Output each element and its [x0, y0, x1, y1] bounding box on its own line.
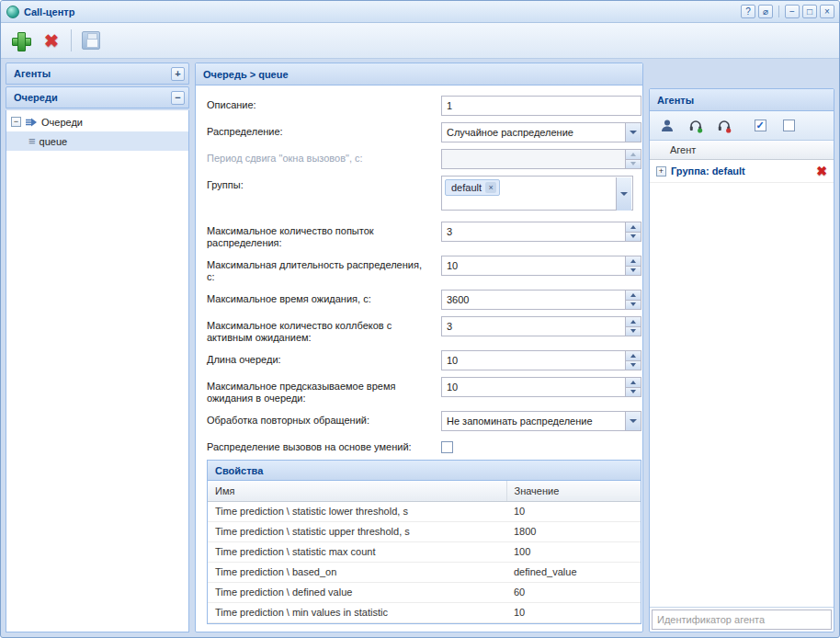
delete-button[interactable]: ✖ [40, 28, 63, 52]
table-row[interactable]: Time prediction \ based_on defined_value [208, 562, 641, 582]
max-attempts-label: Максимальное количество попыток распреде… [207, 222, 441, 249]
form-row: Период сдвига "окна вызовов", с: [207, 149, 633, 169]
save-button[interactable] [79, 28, 103, 52]
delete-group-icon[interactable]: ✖ [816, 164, 827, 178]
breadcrumb: Очередь > queue [203, 69, 289, 80]
minimize-button[interactable]: − [785, 5, 800, 18]
tree-node-queues-root[interactable]: − Очереди [6, 112, 188, 131]
form-row: Обработка повторных обращений: [207, 411, 633, 431]
select-all-button[interactable]: ✓ [750, 116, 770, 136]
property-name: Time prediction \ based_on [208, 562, 506, 582]
spinner-up-button[interactable] [626, 317, 641, 327]
dropdown-trigger-icon[interactable] [616, 177, 631, 211]
queue-length-input[interactable] [441, 350, 641, 370]
call-center-window: Call-центр ? ⌀ − □ × ✖ Агенты + Очереди … [0, 0, 840, 638]
form-row: Группы: default × [207, 176, 633, 211]
groups-tag-field[interactable]: default × [441, 176, 633, 211]
checkbox-checked-icon: ✓ [755, 120, 766, 131]
property-name: Time prediction \ statistic upper thresh… [208, 521, 506, 541]
spinner [625, 291, 641, 309]
table-row[interactable]: Time prediction \ min values in statisti… [208, 602, 641, 622]
max-wait-time-input[interactable] [441, 290, 641, 310]
max-duration-field [441, 256, 641, 283]
spinner-down-button[interactable] [626, 388, 641, 397]
form-row: Описание: [207, 96, 633, 116]
collapse-node-icon[interactable]: − [11, 117, 21, 127]
form-row: Распределение: [207, 122, 633, 142]
properties-header: Свойства [208, 461, 641, 481]
form-row: Максимальное время ожидания, с: [207, 290, 633, 310]
dropdown-trigger-icon[interactable] [625, 123, 641, 142]
max-attempts-input[interactable] [441, 222, 641, 242]
group-label: Группа: default [671, 165, 812, 177]
spinner-down-button[interactable] [626, 233, 641, 242]
table-row[interactable]: Time prediction \ statistic lower thresh… [208, 501, 641, 521]
spinner-down-button[interactable] [626, 301, 641, 310]
distribution-select[interactable] [441, 122, 641, 142]
property-value: defined_value [506, 562, 641, 582]
content-area: Агенты + Очереди − − Очереди ≡ queue [1, 59, 839, 637]
detach-button[interactable]: ⌀ [758, 5, 773, 18]
property-name: Time prediction \ statistic max count [208, 541, 506, 562]
description-input[interactable] [441, 96, 641, 116]
spinner-up-button[interactable] [626, 351, 641, 361]
spinner-up-button[interactable] [626, 256, 641, 267]
agents-grid-header[interactable]: Агент [650, 141, 834, 160]
help-button[interactable]: ? [741, 5, 755, 18]
agents-header-label: Агенты [14, 68, 171, 79]
table-row[interactable]: Time prediction \ defined value 60 [208, 582, 641, 602]
expand-agents-button[interactable]: + [171, 67, 185, 81]
column-header-name[interactable]: Имя [208, 481, 506, 501]
max-duration-input[interactable] [441, 256, 641, 276]
tree-node-queue[interactable]: ≡ queue [6, 131, 188, 151]
agent-person-icon [660, 119, 675, 133]
collapse-queues-button[interactable]: − [171, 91, 185, 105]
spinner-down-button [626, 160, 641, 169]
form-row: Распределение вызовов на основе умений: [207, 438, 633, 453]
spinner-up-button[interactable] [626, 378, 641, 388]
accordion-header-queues[interactable]: Очереди − [6, 86, 189, 108]
property-value: 60 [506, 582, 641, 602]
close-button[interactable]: × [820, 5, 834, 18]
property-value: 10 [506, 602, 641, 622]
skill-based-checkbox[interactable] [441, 441, 453, 453]
call-window-shift-field [441, 149, 641, 169]
spinner-up-button[interactable] [626, 291, 641, 301]
repeat-handling-select[interactable] [441, 411, 641, 431]
spinner [625, 317, 641, 336]
max-callbacks-input[interactable] [441, 316, 641, 336]
table-row[interactable]: Time prediction \ statistic upper thresh… [208, 521, 641, 541]
dropdown-trigger-icon[interactable] [625, 412, 641, 430]
deselect-all-button[interactable] [778, 116, 799, 136]
agent-group-row[interactable]: + Группа: default ✖ [650, 160, 834, 183]
titlebar: Call-центр ? ⌀ − □ × [1, 1, 839, 23]
arrow-down-icon [630, 302, 636, 306]
property-value: 1800 [506, 521, 641, 541]
table-row[interactable]: Time prediction \ statistic max count 10… [208, 541, 641, 562]
max-predicted-wait-field [441, 377, 641, 404]
spinner-down-button[interactable] [626, 361, 641, 370]
tree-node-label: Очереди [41, 117, 83, 128]
assign-agent-button[interactable] [686, 116, 706, 136]
arrow-down-icon [630, 234, 636, 238]
max-callbacks-label: Максимальное количество коллбеков с акти… [207, 316, 441, 344]
unassign-agent-button[interactable] [714, 116, 734, 136]
queue-form: Описание: Распределение: Период сдвига "… [196, 85, 642, 632]
distribution-field [441, 122, 641, 142]
max-predicted-wait-input[interactable] [441, 377, 641, 397]
toolbar-separator [71, 29, 72, 51]
spinner-down-button[interactable] [626, 267, 641, 276]
accordion-header-agents[interactable]: Агенты + [6, 63, 189, 85]
agents-panel-title: Агенты [657, 95, 694, 106]
column-header-value[interactable]: Значение [506, 481, 641, 501]
spinner-up-button[interactable] [626, 222, 641, 233]
expand-group-icon[interactable]: + [656, 166, 666, 177]
maximize-button[interactable]: □ [802, 5, 817, 18]
spinner-down-button[interactable] [626, 327, 641, 336]
agent-button[interactable] [657, 116, 677, 136]
tree-node-label: queue [40, 136, 68, 147]
add-button[interactable] [8, 28, 32, 52]
properties-header-row: Имя Значение [208, 481, 641, 501]
agent-id-input[interactable] [652, 610, 832, 630]
remove-tag-icon[interactable]: × [485, 182, 496, 193]
